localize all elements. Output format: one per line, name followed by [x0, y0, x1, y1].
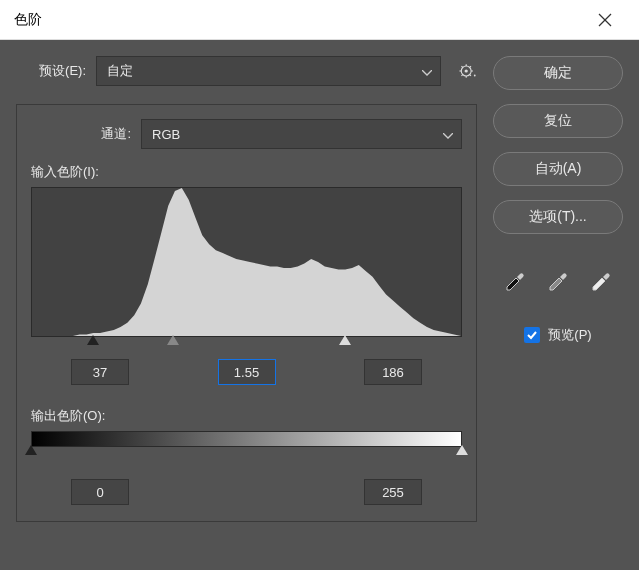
preset-label: 预设(E):: [16, 62, 86, 80]
preset-menu-button[interactable]: [459, 62, 477, 80]
channel-value: RGB: [152, 127, 180, 142]
eyedropper-black[interactable]: [501, 268, 529, 296]
output-white-field[interactable]: [364, 479, 422, 505]
input-white-field[interactable]: [364, 359, 422, 385]
svg-point-3: [465, 69, 468, 72]
output-black-slider[interactable]: [25, 445, 37, 455]
levels-fieldset: 通道: RGB 输入色阶(I):: [16, 104, 477, 522]
input-black-field[interactable]: [71, 359, 129, 385]
options-button[interactable]: 选项(T)...: [493, 200, 623, 234]
svg-line-8: [461, 66, 462, 67]
svg-line-11: [461, 75, 462, 76]
right-panel: 确定 复位 自动(A) 选项(T)... 预览(P): [493, 56, 623, 554]
window-title: 色阶: [14, 11, 585, 29]
input-black-slider[interactable]: [87, 335, 99, 345]
chevron-down-icon: [443, 127, 453, 142]
preview-label: 预览(P): [548, 326, 591, 344]
eyedropper-icon: [547, 271, 569, 293]
output-levels-label: 输出色阶(O):: [31, 407, 462, 425]
eyedropper-white[interactable]: [587, 268, 615, 296]
close-button[interactable]: [585, 0, 625, 40]
reset-button[interactable]: 复位: [493, 104, 623, 138]
output-black-field[interactable]: [71, 479, 129, 505]
input-gamma-slider[interactable]: [167, 335, 179, 345]
eyedropper-icon: [504, 271, 526, 293]
output-slider-track: [31, 445, 462, 459]
chevron-down-icon: [422, 64, 432, 79]
preset-value: 自定: [107, 62, 133, 80]
channel-label: 通道:: [31, 125, 131, 143]
svg-line-10: [470, 66, 471, 67]
input-levels-label: 输入色阶(I):: [31, 163, 462, 181]
left-panel: 预设(E): 自定: [16, 56, 477, 554]
preview-checkbox[interactable]: [524, 327, 540, 343]
svg-line-9: [470, 75, 471, 76]
close-icon: [598, 13, 612, 27]
channel-dropdown[interactable]: RGB: [141, 119, 462, 149]
histogram: [31, 187, 462, 337]
titlebar: 色阶: [0, 0, 639, 40]
eyedropper-icon: [590, 271, 612, 293]
eyedropper-gray[interactable]: [544, 268, 572, 296]
input-gamma-field[interactable]: [218, 359, 276, 385]
levels-dialog: 色阶 预设(E): 自定: [0, 0, 639, 570]
preset-dropdown[interactable]: 自定: [96, 56, 441, 86]
svg-point-12: [474, 75, 476, 77]
output-white-slider[interactable]: [456, 445, 468, 455]
input-white-slider[interactable]: [339, 335, 351, 345]
auto-button[interactable]: 自动(A): [493, 152, 623, 186]
check-icon: [526, 329, 538, 341]
input-slider-track: [31, 335, 462, 349]
gear-icon: [459, 63, 477, 79]
ok-button[interactable]: 确定: [493, 56, 623, 90]
